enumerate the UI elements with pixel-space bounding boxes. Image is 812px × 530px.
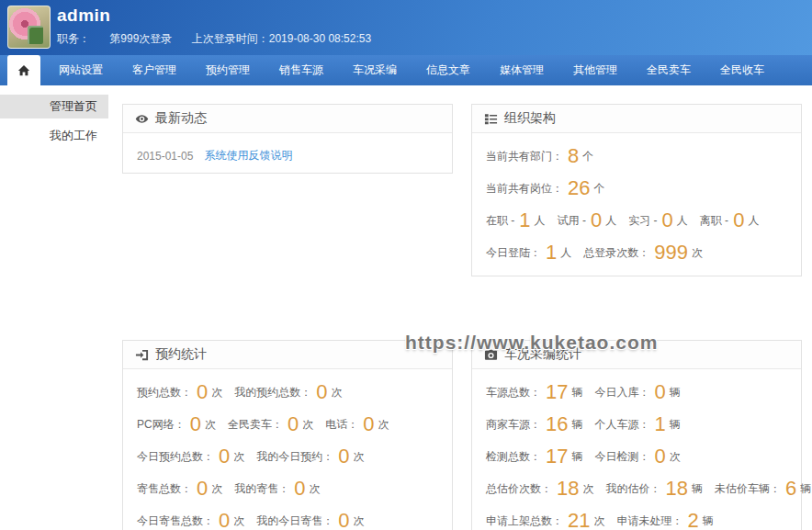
stat-unit: 次 — [354, 513, 365, 529]
stat-item: 离职 - 0人 — [700, 209, 760, 231]
stat-value: 0 — [654, 445, 665, 468]
stat-value: 0 — [219, 445, 230, 468]
nav-item[interactable]: 信息文章 — [418, 62, 479, 78]
stat-unit: 个 — [582, 149, 593, 164]
stat-unit: 次 — [211, 481, 222, 497]
stat-item: 商家车源：16辆 — [486, 413, 582, 435]
stat-item: 未估价车辆：6辆 — [715, 478, 811, 500]
stat-label: 今日检测： — [594, 449, 649, 465]
stats-row: 今日预约总数：0次我的今日预约：0次 — [137, 445, 438, 468]
stats-row: 当前共有部门：8个 — [486, 145, 787, 167]
panel-organization-header: 组织架构 — [472, 105, 801, 133]
stats-row: 当前共有岗位：26个 — [486, 177, 787, 199]
stat-value: 0 — [219, 510, 230, 530]
stat-value: 0 — [733, 209, 744, 231]
sidebar-item[interactable]: 我的工作 — [0, 124, 108, 148]
news-link[interactable]: 系统使用反馈说明 — [204, 148, 292, 164]
stat-label: 今日预约总数： — [137, 449, 214, 465]
stat-value: 1 — [654, 413, 665, 435]
stat-item: 全民卖车：0次 — [228, 413, 313, 435]
stat-label: 今日寄售总数： — [137, 513, 214, 529]
stat-label: 我的今日寄售： — [256, 513, 333, 529]
watermark: https://www.kuketao.com — [405, 332, 658, 354]
main-nav: 网站设置客户管理预约管理销售车源车况采编信息文章媒体管理其他管理全民卖车全民收车 — [0, 55, 812, 85]
stat-value: 2 — [687, 510, 698, 530]
stat-unit: 辆 — [800, 481, 811, 497]
stat-unit: 次 — [378, 417, 389, 433]
stats-row: 在职 - 1人试用 - 0人实习 - 0人离职 - 0人 — [486, 209, 787, 231]
last-login-time: 上次登录时间：2019-08-30 08:52:53 — [192, 32, 371, 45]
stat-item: 今日寄售总数：0次 — [137, 510, 244, 530]
login-count: 第999次登录 — [109, 32, 172, 45]
stat-value: 999 — [654, 242, 688, 264]
stat-label: 个人车源： — [594, 417, 649, 433]
stats-row: 今日登陆：1人总登录次数：999次 — [486, 242, 787, 264]
stat-unit: 辆 — [670, 385, 681, 400]
nav-item[interactable]: 客户管理 — [124, 62, 185, 78]
stat-value: 16 — [546, 413, 568, 435]
stat-label: 今日入库： — [594, 385, 649, 400]
stat-label: 在职 - — [486, 213, 514, 229]
nav-item[interactable]: 预约管理 — [197, 62, 258, 78]
stat-item: 今日入库：0辆 — [594, 381, 680, 403]
panel-booking-stats: 预约统计 预约总数：0次我的预约总数：0次PC网络：0次全民卖车：0次电话：0次… — [122, 340, 453, 530]
stat-value: 26 — [568, 177, 590, 199]
stat-item: 我的预约总数：0次 — [234, 381, 342, 403]
stats-row: 检测总数：17辆今日检测：0次 — [486, 445, 787, 468]
stat-label: PC网络： — [137, 417, 186, 433]
stats-row: PC网络：0次全民卖车：0次电话：0次 — [137, 413, 438, 435]
stat-label: 寄售总数： — [137, 481, 192, 497]
nav-home-tab[interactable] — [7, 55, 40, 85]
organization-stats: 当前共有部门：8个当前共有岗位：26个在职 - 1人试用 - 0人实习 - 0人… — [472, 133, 801, 264]
stat-unit: 次 — [233, 449, 244, 465]
sign-in-icon — [135, 348, 149, 362]
stat-unit: 辆 — [670, 417, 681, 433]
nav-item[interactable]: 车况采编 — [344, 62, 405, 78]
panel-booking-stats-header: 预约统计 — [123, 341, 452, 369]
stat-value: 17 — [546, 445, 568, 468]
vehicle-stats: 车源总数：17辆今日入库：0辆商家车源：16辆个人车源：1辆检测总数：17辆今日… — [472, 369, 801, 530]
stat-item: 检测总数：17辆 — [486, 445, 582, 468]
top-header: admin 职务： 第999次登录 上次登录时间：2019-08-30 08:5… — [0, 0, 812, 55]
nav-item[interactable]: 全民收车 — [712, 62, 773, 78]
panel-title: 最新动态 — [155, 110, 207, 127]
stat-value: 0 — [363, 413, 374, 435]
stat-unit: 辆 — [703, 513, 714, 529]
nav-item[interactable]: 销售车源 — [271, 62, 332, 78]
user-login-info: 职务： 第999次登录 上次登录时间：2019-08-30 08:52:53 — [57, 31, 388, 47]
stats-row: 商家车源：16辆个人车源：1辆 — [486, 413, 787, 435]
news-date: 2015-01-05 — [137, 150, 193, 163]
eye-icon — [135, 112, 149, 126]
username: admin — [57, 6, 110, 26]
nav-item[interactable]: 其他管理 — [565, 62, 626, 78]
stat-unit: 次 — [211, 385, 222, 400]
panel-vehicle-stats: 车况采编统计 车源总数：17辆今日入库：0辆商家车源：16辆个人车源：1辆检测总… — [471, 340, 802, 530]
stat-label: 电话： — [325, 417, 358, 433]
stat-item: 车源总数：17辆 — [486, 381, 582, 403]
stat-unit: 次 — [582, 481, 593, 497]
stat-item: 当前共有岗位：26个 — [486, 177, 604, 199]
stat-label: 今日登陆： — [486, 245, 541, 261]
stat-label: 我的今日预约： — [256, 449, 333, 465]
stat-item: 寄售总数：0次 — [137, 478, 222, 500]
stat-unit: 人 — [560, 245, 571, 261]
stat-unit: 人 — [605, 213, 616, 229]
role-label: 职务： — [57, 32, 90, 45]
stat-value: 0 — [294, 478, 305, 500]
stat-unit: 人 — [677, 213, 688, 229]
nav-item[interactable]: 媒体管理 — [491, 62, 552, 78]
sidebar-item[interactable]: 管理首页 — [0, 95, 108, 118]
news-list: 2015-01-05 系统使用反馈说明 — [123, 133, 452, 178]
stat-label: 商家车源： — [486, 417, 541, 433]
stat-unit: 辆 — [571, 417, 582, 433]
stat-unit: 次 — [670, 449, 681, 465]
nav-item[interactable]: 网站设置 — [51, 62, 111, 78]
stat-label: 检测总数： — [486, 449, 541, 465]
nav-item[interactable]: 全民卖车 — [638, 62, 699, 78]
stat-unit: 次 — [332, 385, 343, 400]
stat-unit: 个 — [593, 181, 604, 197]
stat-item: 个人车源：1辆 — [594, 413, 680, 435]
stat-item: 总登录次数：999次 — [583, 242, 703, 264]
stat-label: 当前共有岗位： — [486, 181, 563, 197]
stat-value: 8 — [568, 145, 579, 167]
